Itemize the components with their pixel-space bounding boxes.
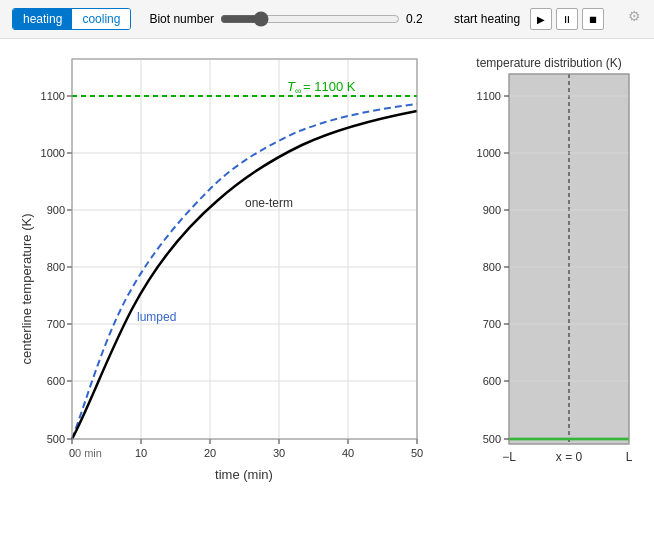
- y-tick-1000: 1000: [41, 147, 65, 159]
- play-button[interactable]: ▶: [530, 8, 552, 30]
- left-chart-svg: centerline temperature (K) T ∞: [10, 49, 444, 529]
- chart-background: [72, 59, 417, 439]
- left-chart: centerline temperature (K) T ∞: [10, 49, 444, 529]
- right-chart-svg: temperature distribution (K): [454, 49, 644, 529]
- right-chart-title: temperature distribution (K): [476, 56, 621, 70]
- r-y-tick-500: 500: [483, 433, 501, 445]
- x-tick-20: 20: [204, 447, 216, 459]
- biot-slider-container: Biot number 0.2: [141, 11, 434, 27]
- zero-min-label: 0 min: [75, 447, 102, 459]
- r-y-tick-600: 600: [483, 375, 501, 387]
- x-label-L: L: [626, 450, 633, 464]
- x-tick-50: 50: [411, 447, 423, 459]
- gear-icon: ⚙: [628, 8, 644, 24]
- x-tick-0: 0: [69, 447, 75, 459]
- r-y-tick-900: 900: [483, 204, 501, 216]
- x-tick-10: 10: [135, 447, 147, 459]
- toolbar: heating cooling Biot number 0.2 start he…: [0, 0, 654, 39]
- tab-heating[interactable]: heating: [13, 9, 72, 29]
- playback-controls: ▶ ⏸ ⏹: [530, 8, 604, 30]
- biot-value: 0.2: [406, 12, 434, 26]
- x-tick-40: 40: [342, 447, 354, 459]
- r-y-tick-1000: 1000: [477, 147, 501, 159]
- lumped-label: lumped: [137, 310, 176, 324]
- y-tick-800: 800: [47, 261, 65, 273]
- mode-tabs: heating cooling: [12, 8, 131, 30]
- biot-slider[interactable]: [220, 11, 400, 27]
- y-tick-500: 500: [47, 433, 65, 445]
- r-y-tick-700: 700: [483, 318, 501, 330]
- tab-cooling[interactable]: cooling: [72, 9, 130, 29]
- y-tick-600: 600: [47, 375, 65, 387]
- one-term-label: one-term: [245, 196, 293, 210]
- y-axis-label: centerline temperature (K): [19, 213, 34, 364]
- y-tick-1100: 1100: [41, 90, 65, 102]
- t-inf-value: = 1100 K: [303, 79, 356, 94]
- stop-button[interactable]: ⏹: [582, 8, 604, 30]
- biot-label: Biot number: [149, 12, 214, 26]
- right-chart: temperature distribution (K): [454, 49, 644, 529]
- r-y-tick-800: 800: [483, 261, 501, 273]
- x-axis-label: time (min): [215, 467, 273, 482]
- y-tick-900: 900: [47, 204, 65, 216]
- t-inf-subscript: ∞: [295, 86, 301, 96]
- start-label: start heating: [454, 12, 520, 26]
- x-label-center: x = 0: [556, 450, 583, 464]
- y-tick-700: 700: [47, 318, 65, 330]
- main-content: centerline temperature (K) T ∞: [0, 39, 654, 539]
- x-label-neg-L: −L: [502, 450, 516, 464]
- pause-button[interactable]: ⏸: [556, 8, 578, 30]
- r-y-tick-1100: 1100: [477, 90, 501, 102]
- x-tick-30: 30: [273, 447, 285, 459]
